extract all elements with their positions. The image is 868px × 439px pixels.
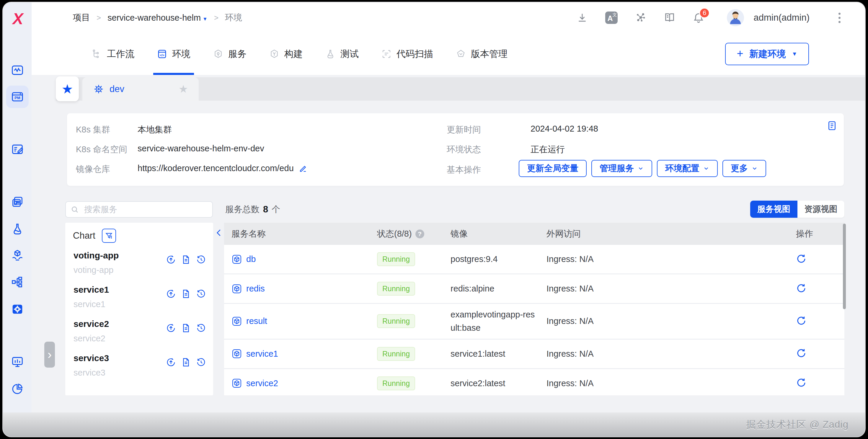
service-name-link[interactable]: service2 (246, 378, 278, 388)
chart-name: voting-app (73, 250, 119, 261)
tab-services[interactable]: 服务 (202, 33, 258, 75)
download-icon[interactable] (576, 12, 588, 24)
chart-list-item[interactable]: voting-app voting-app (65, 247, 213, 281)
settings-icon[interactable] (11, 302, 24, 316)
status-badge: Running (377, 347, 415, 361)
helm-icon (93, 83, 104, 95)
upgrade-icon[interactable] (166, 255, 176, 265)
filter-button[interactable] (102, 229, 116, 243)
star-icon[interactable]: ★ (179, 83, 188, 95)
values-file-icon[interactable] (181, 357, 191, 367)
data-insights-icon[interactable] (11, 382, 24, 396)
tests-icon[interactable] (11, 222, 24, 236)
docs-icon[interactable] (664, 12, 676, 24)
chart-list-item[interactable]: service3 service3 (65, 349, 213, 384)
image-cell: service2:latest (451, 373, 547, 394)
breadcrumb-projects[interactable]: 项目 (73, 12, 90, 24)
delivery-icon[interactable] (11, 249, 24, 262)
env-status-label: 环境状态 (447, 144, 481, 156)
tab-version-management[interactable]: 版本管理 (444, 33, 519, 75)
values-file-icon[interactable] (181, 289, 191, 299)
environment-tab-dev[interactable]: dev ★ (82, 77, 199, 101)
project-nav: 工作流 </> 环境 服务 构建 测试 代码扫描 版本管理 + 新建环境 (32, 33, 865, 75)
more-button[interactable]: 更多 (722, 160, 766, 177)
upgrade-icon[interactable] (166, 357, 176, 367)
restart-icon[interactable] (796, 348, 807, 359)
service-name-link[interactable]: redis (246, 284, 265, 294)
filter-icon (105, 232, 113, 240)
values-file-icon[interactable] (181, 323, 191, 333)
tab-environments[interactable]: </> 环境 (146, 33, 202, 75)
chart-release-name: service1 (73, 299, 109, 309)
bell-icon[interactable]: 6 (693, 12, 705, 24)
build-icon (269, 49, 280, 59)
new-environment-button[interactable]: + 新建环境 ▼ (725, 43, 809, 65)
env-doc-icon[interactable] (827, 121, 837, 132)
service-name-link[interactable]: db (246, 254, 256, 264)
env-config-button[interactable]: 环境配置 (657, 160, 718, 177)
breadcrumb-project-name[interactable]: service-warehouse-helm▼ (107, 13, 208, 23)
release-notes-icon[interactable] (11, 142, 24, 156)
zadig-logo[interactable]: X (3, 9, 32, 28)
restart-icon[interactable] (796, 315, 807, 326)
integrations-icon[interactable] (635, 12, 647, 24)
chevron-down-icon: ▼ (792, 51, 798, 57)
status-badge: Running (377, 314, 415, 328)
plus-icon: + (737, 47, 743, 60)
collapse-panel-icon[interactable] (215, 228, 223, 237)
search-input[interactable] (65, 201, 213, 218)
edit-icon[interactable] (299, 164, 307, 173)
service-icon (231, 254, 242, 265)
pipelines-icon[interactable] (11, 275, 24, 289)
tab-builds[interactable]: 构建 (258, 33, 314, 75)
history-icon[interactable] (196, 357, 206, 367)
chevron-down-icon[interactable]: ▼ (203, 16, 208, 22)
restart-icon[interactable] (796, 283, 807, 294)
drawer-expand-handle[interactable]: › (44, 342, 55, 368)
projects-icon[interactable]: PM (6, 86, 29, 108)
data-overview-icon[interactable] (11, 355, 24, 369)
service-name-link[interactable]: result (246, 316, 267, 326)
col-status: 状态(8/8) ? (377, 228, 451, 240)
service-count: 8 (263, 204, 268, 215)
upgrade-icon[interactable] (166, 289, 176, 299)
svg-text:</>: </> (160, 54, 164, 57)
workflow-icon (92, 49, 102, 59)
user-name[interactable]: admin(admin) (753, 12, 810, 23)
values-file-icon[interactable] (181, 255, 191, 265)
history-icon[interactable] (196, 289, 206, 299)
chart-list-item[interactable]: service1 service1 (65, 281, 213, 315)
status-badge: Running (377, 252, 415, 266)
chart-release-name: service3 (73, 368, 109, 378)
dashboard-icon[interactable] (11, 63, 24, 77)
environment-info-card: K8s 集群 本地集群 K8s 命名空间 service-warehouse-h… (67, 113, 844, 186)
scrollbar-thumb[interactable] (843, 224, 846, 309)
tab-workflow[interactable]: 工作流 (80, 33, 146, 75)
service-view-button[interactable]: 服务视图 (750, 201, 798, 218)
chart-name: service1 (73, 285, 109, 295)
favorites-star-button[interactable]: ★ (56, 76, 79, 101)
restart-icon[interactable] (796, 377, 807, 388)
tab-code-scan[interactable]: 代码扫描 (370, 33, 444, 75)
avatar[interactable] (727, 9, 744, 26)
kebab-menu-icon[interactable] (838, 13, 841, 23)
manage-services-button[interactable]: 管理服务 (591, 160, 652, 177)
svg-text:PM: PM (14, 96, 20, 100)
tab-tests[interactable]: 测试 (314, 33, 370, 75)
access-cell: Ingress: N/A (547, 316, 796, 326)
history-icon[interactable] (196, 255, 206, 265)
translate-icon[interactable]: A文 (605, 11, 618, 24)
service-name-link[interactable]: service1 (246, 349, 278, 359)
resource-view-button[interactable]: 资源视图 (798, 201, 845, 218)
restart-icon[interactable] (796, 254, 807, 264)
chart-list-item[interactable]: service2 service2 (65, 315, 213, 349)
access-cell: Ingress: N/A (547, 378, 796, 388)
top-bar: 项目 > service-warehouse-helm▼ > 环境 A文 6 (32, 2, 865, 33)
update-global-vars-button[interactable]: 更新全局变量 (519, 160, 587, 177)
breadcrumb-separator: > (214, 13, 218, 23)
templates-icon[interactable] (11, 195, 24, 209)
image-cell: postgres:9.4 (451, 248, 547, 270)
upgrade-icon[interactable] (166, 323, 176, 333)
help-icon[interactable]: ? (415, 230, 424, 238)
history-icon[interactable] (196, 323, 206, 333)
